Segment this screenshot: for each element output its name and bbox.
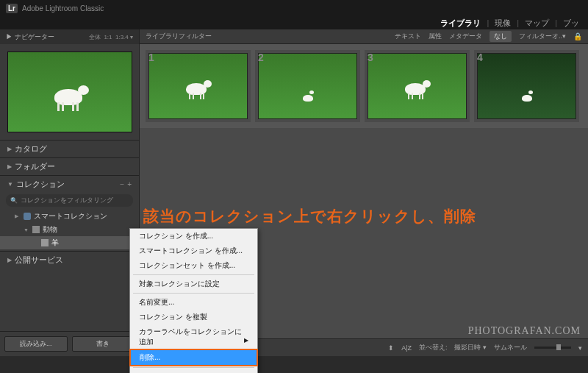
menu-separator bbox=[133, 367, 254, 368]
context-menu: コレクション を作成...スマートコレクション を作成...コレクションセット … bbox=[129, 228, 258, 373]
thumb-size-slider[interactable] bbox=[534, 347, 571, 349]
menu-separator bbox=[133, 293, 254, 294]
menu-item[interactable]: コレクション を複製 bbox=[130, 310, 257, 324]
menu-item[interactable]: 対象コレクションに設定 bbox=[130, 277, 257, 291]
menu-item[interactable]: コレクションセット を作成... bbox=[130, 258, 257, 273]
menu-item[interactable]: 名前変更... bbox=[130, 295, 257, 310]
navigator-header[interactable]: ▶ ナビゲーター 全体 1:1 1:3.4 ▾ bbox=[0, 29, 139, 44]
folder-icon bbox=[32, 226, 40, 233]
filter-preset[interactable]: フィルターオ..▾ bbox=[519, 32, 566, 41]
panel-folder[interactable]: ▶フォルダー bbox=[0, 158, 139, 175]
plus-icon[interactable]: + bbox=[127, 180, 132, 188]
tree-item-smart[interactable]: ▶スマートコレクション bbox=[0, 210, 139, 223]
sidebar-footer: 読み込み... 書き bbox=[0, 331, 139, 356]
az-icon[interactable]: A|Z bbox=[401, 344, 412, 352]
app-title: Adobe Lightroom Classic bbox=[22, 4, 104, 13]
filter-text[interactable]: テキスト bbox=[395, 32, 421, 41]
nav-map[interactable]: マップ bbox=[520, 18, 553, 29]
toolbar-chevron-icon[interactable]: ▾ bbox=[578, 344, 582, 352]
menu-item[interactable]: スマートコレクション を作成... bbox=[130, 244, 257, 258]
panel-collection[interactable]: ▼コレクション −+ bbox=[0, 176, 139, 193]
navigator-preview[interactable] bbox=[0, 44, 139, 140]
thumbnail-cell[interactable]: 4 bbox=[474, 50, 579, 122]
tree-item-animals[interactable]: ▼動物 bbox=[0, 223, 139, 236]
nav-develop[interactable]: 現像 bbox=[490, 18, 515, 29]
preview-image bbox=[7, 51, 132, 132]
collection-filter-input[interactable]: コレクションをフィルタリング bbox=[6, 194, 133, 207]
menu-item[interactable]: このコレクションをカタログとして書き出し... bbox=[130, 369, 257, 373]
nav-book[interactable]: ブッ bbox=[559, 18, 584, 29]
minus-icon[interactable]: − bbox=[120, 180, 124, 188]
import-button[interactable]: 読み込み... bbox=[4, 336, 68, 352]
nav-sep: | bbox=[555, 18, 557, 27]
thumbnail-cell[interactable]: 3 bbox=[365, 50, 470, 122]
sort-dropdown[interactable]: 撮影日時 ▾ bbox=[454, 343, 487, 352]
export-button[interactable]: 書き bbox=[72, 336, 135, 352]
app-logo: Lr bbox=[6, 4, 18, 13]
filter-attr[interactable]: 属性 bbox=[429, 32, 442, 41]
filter-meta[interactable]: メタデータ bbox=[449, 32, 482, 41]
thumbnail-grid: 1 2 3 4 bbox=[140, 44, 588, 128]
sort-label: 並べ替え: bbox=[419, 343, 448, 352]
collection-icon bbox=[41, 239, 49, 246]
left-sidebar: ▶ ナビゲーター 全体 1:1 1:3.4 ▾ ▶カタログ ▶フォルダー ▼コレ… bbox=[0, 29, 140, 356]
module-nav: ライブラリ | 現像 | マップ | ブッ bbox=[0, 16, 588, 29]
menu-item-delete[interactable]: 削除... bbox=[129, 349, 258, 366]
nav-library[interactable]: ライブラリ bbox=[436, 18, 485, 29]
filter-label: ライブラリフィルター bbox=[146, 32, 212, 41]
nav-sep: | bbox=[517, 18, 519, 27]
thumbnail-cell[interactable]: 1 bbox=[146, 50, 251, 122]
menu-item[interactable]: コレクション を作成... bbox=[130, 229, 257, 244]
lock-icon[interactable]: 🔒 bbox=[573, 32, 582, 40]
library-filter-bar: ライブラリフィルター テキスト 属性 メタデータ なし フィルターオ..▾ 🔒 bbox=[140, 29, 588, 44]
collection-tree: ▶スマートコレクション ▼動物 羊 bbox=[0, 208, 139, 251]
panel-publish[interactable]: ▶公開サービス bbox=[0, 252, 139, 269]
thumbnail-cell[interactable]: 2 bbox=[255, 50, 360, 122]
panel-catalog[interactable]: ▶カタログ bbox=[0, 141, 139, 157]
annotation-text: 該当のコレクション上で右クリックし、削除 bbox=[143, 206, 476, 227]
sort-dir-icon[interactable]: ⬍ bbox=[388, 344, 394, 352]
menu-separator bbox=[133, 274, 254, 275]
filter-none[interactable]: なし bbox=[490, 31, 512, 42]
title-bar: Lr Adobe Lightroom Classic bbox=[0, 0, 588, 16]
nav-sep: | bbox=[487, 18, 489, 27]
smart-collection-icon bbox=[24, 213, 31, 220]
thumb-size-label: サムネール bbox=[494, 343, 527, 352]
watermark: PHOTOGRAFAN.COM bbox=[468, 325, 581, 337]
menu-item[interactable]: カラーラベルをコレクションに追加▶ bbox=[130, 324, 257, 349]
tree-item-sheep[interactable]: 羊 bbox=[0, 236, 139, 249]
